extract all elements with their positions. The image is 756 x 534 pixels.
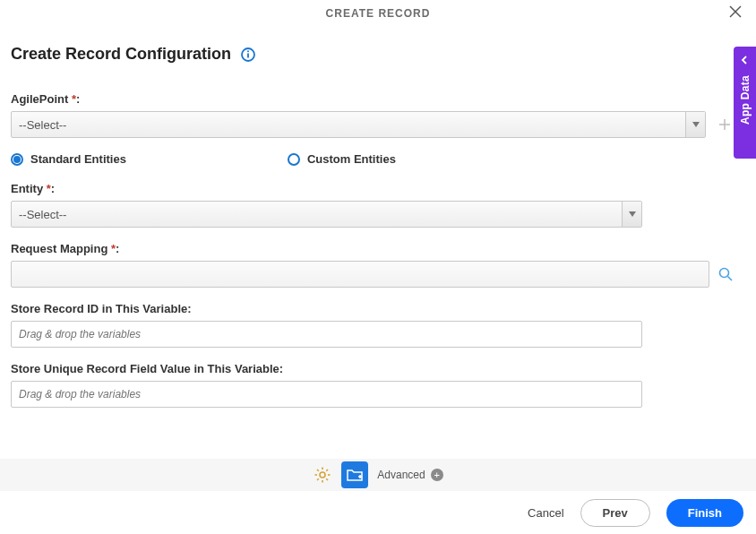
radio-custom-label: Custom Entities xyxy=(307,152,396,166)
svg-marker-8 xyxy=(629,211,636,217)
add-connection-button[interactable] xyxy=(715,115,735,134)
agilepoint-select-value: --Select-- xyxy=(12,112,685,137)
radio-dot-icon xyxy=(11,153,23,166)
finish-button[interactable]: Finish xyxy=(666,499,743,527)
side-tab-label: App Data xyxy=(739,75,752,125)
radio-custom-entities[interactable]: Custom Entities xyxy=(288,152,396,166)
prev-button[interactable]: Prev xyxy=(580,499,650,527)
radio-dot-icon xyxy=(288,153,300,166)
app-data-side-tab[interactable]: App Data xyxy=(734,47,756,159)
entity-label: Entity *: xyxy=(11,182,735,195)
page-title: Create Record Configuration xyxy=(11,45,231,64)
store-record-id-input[interactable] xyxy=(11,321,642,348)
svg-rect-3 xyxy=(247,53,249,57)
content-area: Create Record Configuration AgilePoint *… xyxy=(0,27,756,466)
entity-select-value: --Select-- xyxy=(12,202,622,227)
svg-point-9 xyxy=(720,269,729,278)
folder-add-button[interactable] xyxy=(341,461,368,488)
dialog-title: CREATE RECORD xyxy=(326,7,431,20)
plus-circle-icon: + xyxy=(431,469,443,481)
radio-standard-label: Standard Entities xyxy=(30,152,126,166)
request-mapping-label: Request Mapping *: xyxy=(11,242,735,255)
svg-line-17 xyxy=(327,478,329,480)
bottom-toolbar: Advanced + xyxy=(0,459,756,491)
svg-line-10 xyxy=(728,277,733,281)
agilepoint-label: AgilePoint *: xyxy=(11,92,735,106)
info-icon[interactable] xyxy=(240,47,256,63)
footer-actions: Cancel Prev Finish xyxy=(0,491,756,534)
svg-point-11 xyxy=(320,472,325,478)
agilepoint-select[interactable]: --Select-- xyxy=(11,111,706,138)
request-mapping-input[interactable] xyxy=(11,261,709,288)
radio-standard-entities[interactable]: Standard Entities xyxy=(11,152,126,166)
dropdown-icon xyxy=(685,112,705,137)
chevron-left-icon xyxy=(741,52,750,68)
store-unique-label: Store Unique Record Field Value in This … xyxy=(11,362,735,375)
gear-icon[interactable] xyxy=(313,465,332,485)
dropdown-icon xyxy=(622,202,641,227)
dialog-header: CREATE RECORD xyxy=(0,0,756,27)
cancel-button[interactable]: Cancel xyxy=(528,506,563,520)
advanced-toggle[interactable]: Advanced + xyxy=(377,469,442,481)
store-record-id-label: Store Record ID in This Variable: xyxy=(11,302,735,315)
svg-line-16 xyxy=(317,469,319,471)
advanced-label: Advanced xyxy=(377,469,425,481)
store-unique-input[interactable] xyxy=(11,381,642,408)
svg-point-4 xyxy=(247,50,249,52)
close-icon[interactable] xyxy=(722,0,749,27)
entity-select[interactable]: --Select-- xyxy=(11,201,642,228)
search-icon[interactable] xyxy=(717,265,735,283)
svg-line-19 xyxy=(327,469,329,471)
svg-marker-5 xyxy=(692,122,700,127)
svg-line-18 xyxy=(317,478,319,480)
